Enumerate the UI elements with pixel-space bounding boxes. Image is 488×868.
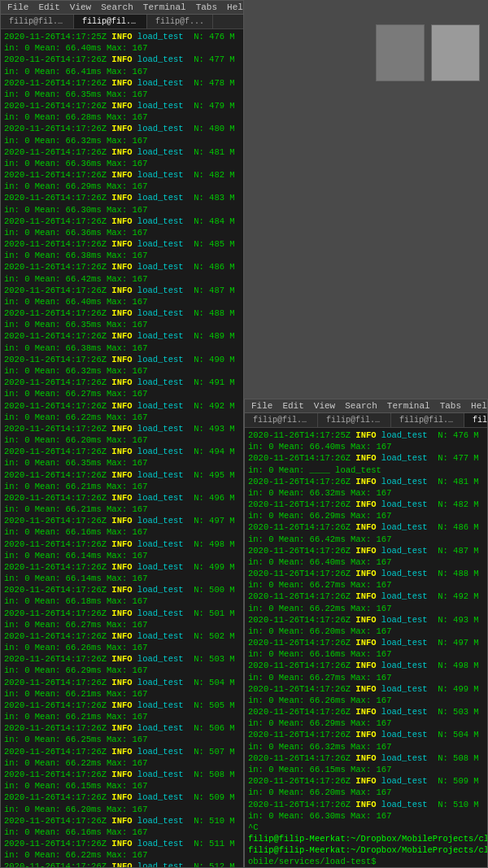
log-line: 2020-11-26T14:17:26Z INFO load_test N: 5…	[4, 838, 240, 849]
log-line: in: 0 Mean: 66.36ms Max: 167	[4, 227, 240, 238]
log-line: in: 0 Mean: 66.16ms Max: 167	[4, 526, 240, 538]
log-line: in: 0 Mean: 66.29ms Max: 167	[4, 181, 240, 192]
log-line: in: 0 Mean: 66.40ms Max: 167	[248, 556, 484, 568]
log-line: 2020-11-26T14:17:26Z INFO load_test N: 5…	[4, 584, 240, 595]
log-line: in: 0 Mean: 66.29ms Max: 167	[248, 510, 484, 521]
log-line: 2020-11-26T14:17:26Z INFO load_test N: 4…	[4, 423, 240, 434]
log-line: 2020-11-26T14:17:26Z INFO load_test N: 4…	[248, 637, 484, 648]
log-line: in: 0 Mean: 66.42ms Max: 167	[4, 273, 240, 285]
log-line: 2020-11-26T14:17:26Z INFO load_test N: 4…	[4, 285, 240, 296]
log-line: 2020-11-26T14:17:26Z INFO load_test N: 4…	[4, 539, 240, 550]
log-line: 2020-11-26T14:17:26Z INFO load_test N: 4…	[4, 261, 240, 273]
log-line: 2020-11-26T14:17:26Z INFO load_test N: 4…	[4, 330, 240, 342]
log-line: 2020-11-26T14:17:26Z INFO load_test N: 4…	[248, 614, 484, 626]
terminal-window-2: File Edit View Search Terminal Tabs Help…	[244, 399, 488, 868]
tab-1-2[interactable]: filip@fil...	[74, 15, 147, 28]
log-line: in: 0 Mean: 66.20ms Max: 167	[4, 434, 240, 446]
log-line: 2020-11-26T14:17:25Z INFO load_test N: 4…	[248, 430, 484, 441]
log-line: 2020-11-26T14:17:26Z INFO load_test N: 5…	[4, 630, 240, 642]
log-line: 2020-11-26T14:17:26Z INFO load_test N: 5…	[4, 746, 240, 757]
terminal-body-1[interactable]: 2020-11-26T14:17:25Z INFO load_test N: 4…	[1, 29, 243, 867]
log-line: in: 0 Mean: 66.15ms Max: 167	[4, 780, 240, 792]
log-line: in: 0 Mean: 66.16ms Max: 167	[248, 648, 484, 660]
log-line: 2020-11-26T14:17:26Z INFO load_test N: 4…	[248, 660, 484, 671]
log-line: in: 0 Mean: 66.18ms Max: 167	[4, 595, 240, 607]
log-line: 2020-11-26T14:17:26Z INFO load_test N: 4…	[248, 568, 484, 579]
menu-tabs-1[interactable]: Tabs	[196, 2, 217, 12]
log-line: 2020-11-26T14:17:26Z INFO load_test N: 4…	[4, 446, 240, 457]
menu-terminal-2[interactable]: Terminal	[387, 401, 430, 411]
log-line: 2020-11-26T14:17:26Z INFO load_test N: 4…	[248, 591, 484, 602]
tab-2-3[interactable]: filip@fil...	[391, 413, 464, 427]
log-line: in: 0 Mean: 66.40ms Max: 167	[4, 42, 240, 54]
log-line: in: 0 Mean: 66.35ms Max: 167	[4, 89, 240, 100]
log-line: in: 0 Mean: 66.29ms Max: 167	[248, 718, 484, 729]
log-line: 2020-11-26T14:17:26Z INFO load_test N: 5…	[4, 700, 240, 711]
log-line: in: 0 Mean: 66.38ms Max: 167	[4, 342, 240, 354]
log-line: 2020-11-26T14:17:26Z INFO load_test N: 5…	[248, 729, 484, 740]
log-line: in: 0 Mean: 66.29ms Max: 167	[4, 665, 240, 676]
log-line: in: 0 Mean: 66.32ms Max: 167	[4, 135, 240, 146]
log-line: in: 0 Mean: 66.35ms Max: 167	[4, 457, 240, 469]
log-line: 2020-11-26T14:17:26Z INFO load_test N: 4…	[4, 377, 240, 388]
menu-edit-1[interactable]: Edit	[38, 2, 59, 12]
log-line: 2020-11-26T14:17:26Z INFO load_test N: 5…	[4, 608, 240, 619]
terminal-body-2[interactable]: 2020-11-26T14:17:25Z INFO load_test N: 4…	[245, 428, 487, 867]
log-line: 2020-11-26T14:17:26Z INFO load_test N: 4…	[4, 100, 240, 111]
menu-tabs-2[interactable]: Tabs	[440, 401, 461, 411]
tab-1-3[interactable]: filip@f...	[147, 15, 213, 28]
log-line: 2020-11-26T14:17:26Z INFO load_test N: 5…	[4, 653, 240, 665]
log-line: in: 0 Mean: 66.22ms Max: 167	[4, 412, 240, 423]
menubar-2: File Edit View Search Terminal Tabs Help	[245, 399, 487, 413]
log-line: in: 0 Mean: 66.22ms Max: 167	[248, 603, 484, 614]
log-line: in: 0 Mean: 66.27ms Max: 167	[4, 619, 240, 630]
log-line: ^C	[248, 822, 484, 833]
tab-bar-1: filip@fil... filip@fil... filip@f...	[1, 15, 243, 29]
log-line: in: 0 Mean: 66.21ms Max: 167	[4, 711, 240, 722]
log-line: in: 0 Mean: 66.27ms Max: 167	[248, 672, 484, 683]
menu-help-2[interactable]: Help	[471, 401, 488, 411]
log-line: in: 0 Mean: 66.15ms Max: 167	[248, 764, 484, 775]
log-line: in: 0 Mean: 66.27ms Max: 167	[248, 579, 484, 591]
menu-search-1[interactable]: Search	[101, 2, 133, 12]
log-line: 2020-11-26T14:17:26Z INFO load_test N: 4…	[4, 192, 240, 203]
menu-terminal-1[interactable]: Terminal	[143, 2, 186, 12]
log-line: in: 0 Mean: 66.30ms Max: 167	[248, 810, 484, 822]
log-line: 2020-11-26T14:17:26Z INFO load_test N: 5…	[248, 775, 484, 787]
log-line: in: 0 Mean: 66.38ms Max: 167	[4, 250, 240, 261]
log-line: 2020-11-26T14:17:26Z INFO load_test N: 4…	[4, 492, 240, 504]
menu-view-2[interactable]: View	[314, 401, 335, 411]
log-line: in: 0 Mean: 66.32ms Max: 167	[4, 365, 240, 377]
log-line: in: 0 Mean: 66.32ms Max: 167	[248, 487, 484, 499]
tab-2-1[interactable]: filip@fil...	[245, 413, 318, 427]
log-line: 2020-11-26T14:17:26Z INFO load_test N: 5…	[248, 752, 484, 764]
menu-view-1[interactable]: View	[70, 2, 91, 12]
menu-file-1[interactable]: File	[7, 2, 28, 12]
menu-help-1[interactable]: Help	[227, 2, 244, 12]
log-line: in: 0 Mean: 66.27ms Max: 167	[4, 388, 240, 399]
tab-1-1[interactable]: filip@fil...	[1, 15, 74, 28]
log-line: 2020-11-26T14:17:26Z INFO load_test N: 4…	[4, 123, 240, 134]
log-line: 2020-11-26T14:17:26Z INFO load_test N: 5…	[4, 792, 240, 803]
log-line: 2020-11-26T14:17:26Z INFO load_test N: 4…	[248, 499, 484, 510]
tab-2-2[interactable]: filip@fil...	[318, 413, 391, 427]
log-line: in: 0 Mean: 66.30ms Max: 167	[4, 204, 240, 216]
log-line: 2020-11-26T14:17:26Z INFO load_test N: 5…	[4, 677, 240, 688]
log-line: 2020-11-26T14:17:26Z INFO load_test N: 5…	[4, 815, 240, 827]
log-line: 2020-11-26T14:17:26Z INFO load_test N: 4…	[4, 308, 240, 319]
thumbnail-2	[431, 24, 480, 81]
log-line: 2020-11-26T14:17:26Z INFO load_test N: 4…	[248, 476, 484, 487]
log-line: 2020-11-26T14:17:26Z INFO load_test N: 4…	[248, 521, 484, 533]
log-line: in: 0 Mean: 66.25ms Max: 167	[4, 734, 240, 745]
log-line: 2020-11-26T14:17:26Z INFO load_test N: 5…	[4, 861, 240, 867]
log-line: in: 0 Mean: 66.20ms Max: 167	[4, 804, 240, 815]
log-line: 2020-11-26T14:17:26Z INFO load_test N: 4…	[4, 238, 240, 250]
log-line: 2020-11-26T14:17:26Z INFO load_test N: 4…	[4, 515, 240, 526]
menu-file-2[interactable]: File	[251, 401, 272, 411]
menu-edit-2[interactable]: Edit	[282, 401, 303, 411]
log-line: in: 0 Mean: 66.41ms Max: 167	[4, 66, 240, 77]
tab-2-4[interactable]: filip@fi...	[464, 413, 487, 427]
menu-search-2[interactable]: Search	[345, 401, 377, 411]
log-line: 2020-11-26T14:17:25Z INFO load_test N: 4…	[4, 31, 240, 42]
log-line: in: 0 Mean: 66.14ms Max: 167	[4, 573, 240, 584]
